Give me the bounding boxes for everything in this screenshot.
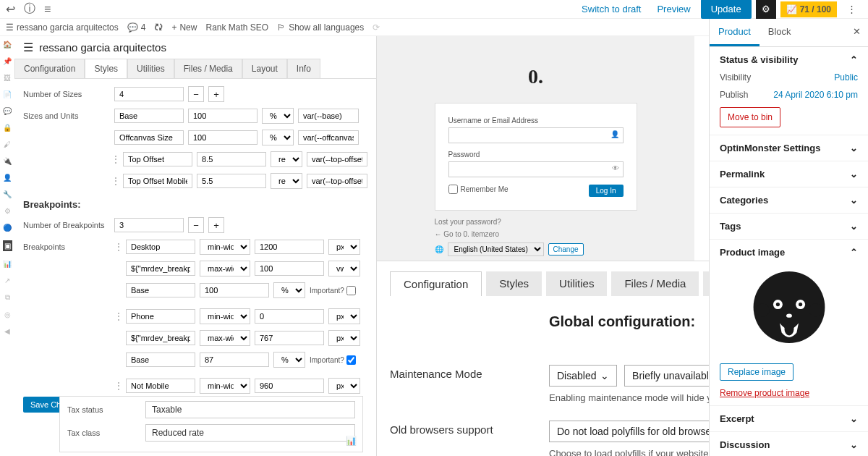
bp-name[interactable] <box>126 331 195 345</box>
cb-tab-styles[interactable]: Styles <box>486 271 542 296</box>
size-val[interactable] <box>188 130 258 145</box>
bp-rule[interactable]: min-width <box>200 308 250 324</box>
info-icon[interactable]: ⓘ <box>24 1 35 17</box>
bp-unit[interactable]: px <box>328 330 360 346</box>
password-input[interactable] <box>448 161 624 177</box>
close-icon[interactable]: ✕ <box>846 19 868 46</box>
drag-handle-icon[interactable]: ⋮ <box>114 381 122 391</box>
more-options-icon[interactable]: ⋮ <box>841 1 862 17</box>
login-button[interactable]: Log In <box>589 185 624 197</box>
bp-val[interactable] <box>255 240 324 254</box>
remove-image-link[interactable]: Remove product image <box>720 388 809 398</box>
bp-unit[interactable]: px <box>328 308 360 324</box>
dashboard-icon[interactable]: 🏠 <box>3 41 12 48</box>
preview-link[interactable]: Preview <box>651 1 696 17</box>
rank-math-link[interactable]: Rank Math SEO <box>205 22 268 33</box>
users-icon[interactable]: 👤 <box>3 174 12 182</box>
move-to-bin-button[interactable]: Move to bin <box>720 107 780 127</box>
menu-icon[interactable]: ≡ <box>44 3 51 16</box>
tax-status-select[interactable]: Taxable <box>145 401 355 418</box>
drag-handle-icon[interactable]: ⋮ <box>111 176 119 186</box>
site-name[interactable]: ☰ ressano garcia arquitectos <box>6 22 119 33</box>
size-unit[interactable]: rem <box>271 151 302 167</box>
bp-unit[interactable]: vw <box>328 261 360 276</box>
switch-to-draft-link[interactable]: Switch to draft <box>576 1 647 17</box>
eye-icon[interactable]: 👁 <box>612 164 619 172</box>
target-icon[interactable]: ◎ <box>4 311 11 318</box>
back-to-site-link[interactable]: ← Go to 0. itemzero <box>435 230 499 238</box>
remember-me-check[interactable]: Remember Me <box>448 185 509 194</box>
appearance-icon[interactable]: 🖌 <box>4 140 11 148</box>
bp-name[interactable] <box>126 283 195 297</box>
comments-count[interactable]: 💬 4 <box>127 22 146 33</box>
visibility-value[interactable]: Public <box>834 72 858 83</box>
bp-rule[interactable]: max-width <box>200 330 250 346</box>
size-var[interactable] <box>298 109 359 123</box>
size-name[interactable] <box>123 174 192 188</box>
cb-tab-configuration[interactable]: Configuration <box>390 271 482 296</box>
back-arrow-icon[interactable]: ↩ <box>6 2 15 16</box>
add-new[interactable]: + New <box>171 22 197 33</box>
size-unit[interactable]: % <box>262 130 294 145</box>
num-sizes-input[interactable] <box>114 87 184 101</box>
size-name[interactable] <box>114 109 184 123</box>
translation-icon[interactable]: ⟳ <box>373 22 380 33</box>
seo-score-badge[interactable]: 📈 71 / 100 <box>780 1 837 17</box>
num-bp-minus[interactable]: − <box>188 217 204 233</box>
size-name[interactable] <box>114 130 184 145</box>
maintenance-mode-select[interactable]: Disabled ⌄ <box>549 365 617 387</box>
change-lang-button[interactable]: Change <box>548 243 584 256</box>
discussion-section[interactable]: Discussion⌄ <box>720 439 858 450</box>
username-input[interactable] <box>448 127 624 143</box>
bp-unit[interactable]: px <box>328 378 360 394</box>
wp-icon[interactable]: 🔵 <box>3 224 12 232</box>
tab-styles[interactable]: Styles <box>85 59 127 78</box>
permalink-section[interactable]: Permalink⌄ <box>720 169 858 180</box>
tab-files-media[interactable]: Files / Media <box>174 59 242 78</box>
bp-val[interactable] <box>255 261 324 276</box>
size-unit[interactable]: % <box>262 108 294 124</box>
settings-gear-icon[interactable]: ⚙ <box>756 0 776 19</box>
settings-icon[interactable]: ⚙ <box>4 207 11 215</box>
drag-handle-icon[interactable]: ⋮ <box>114 311 122 321</box>
size-name[interactable] <box>123 152 192 166</box>
tab-utilities[interactable]: Utilities <box>127 59 174 78</box>
size-var[interactable] <box>307 174 367 188</box>
drag-handle-icon[interactable]: ⋮ <box>111 154 119 164</box>
bp-val[interactable] <box>255 331 324 345</box>
cb-tab-utilities[interactable]: Utilities <box>546 271 607 296</box>
status-visibility-heading[interactable]: Status & visibility⌃ <box>720 54 858 65</box>
categories-section[interactable]: Categories⌄ <box>720 195 858 206</box>
bp-val[interactable] <box>255 309 324 324</box>
size-val[interactable] <box>197 174 266 188</box>
optinmonster-section[interactable]: OptinMonster Settings⌄ <box>720 143 858 153</box>
bp-name[interactable] <box>126 352 195 367</box>
replace-image-button[interactable]: Replace image <box>720 363 793 381</box>
tax-class-select[interactable]: Reduced rate <box>145 424 355 442</box>
analytics-icon[interactable]: 📊 <box>3 260 12 268</box>
bp-rule[interactable]: min-width <box>200 239 250 255</box>
language-select[interactable]: English (United States) <box>448 242 544 256</box>
media-icon[interactable]: 🖼 <box>4 74 11 82</box>
bp-val[interactable] <box>200 352 269 367</box>
comments-icon[interactable]: 💬 <box>3 107 12 115</box>
product-image-avatar[interactable] <box>735 265 843 359</box>
tags-section[interactable]: Tags⌄ <box>720 221 858 232</box>
size-unit[interactable]: rem <box>271 173 302 189</box>
excerpt-section[interactable]: Excerpt⌄ <box>720 413 858 424</box>
bp-name[interactable] <box>126 309 195 324</box>
bp-name[interactable] <box>126 240 195 254</box>
important-check[interactable]: Important? <box>310 286 356 295</box>
sidebar-tab-block[interactable]: Block <box>760 19 800 46</box>
bp-unit[interactable]: % <box>273 282 305 298</box>
show-languages[interactable]: 🏳 Show all languages <box>277 22 364 33</box>
tools-icon[interactable]: 🔧 <box>3 190 12 198</box>
bp-val[interactable] <box>255 379 324 393</box>
bp-name[interactable] <box>126 379 195 393</box>
maintenance-msg-input[interactable]: Briefly unavailable <box>624 365 723 387</box>
bp-val[interactable] <box>200 283 269 297</box>
bp-unit[interactable]: px <box>328 239 360 255</box>
tab-configuration[interactable]: Configuration <box>14 59 85 78</box>
devtools-icon[interactable]: ▣ <box>3 240 12 251</box>
arrow-icon[interactable]: ↗ <box>4 276 10 284</box>
